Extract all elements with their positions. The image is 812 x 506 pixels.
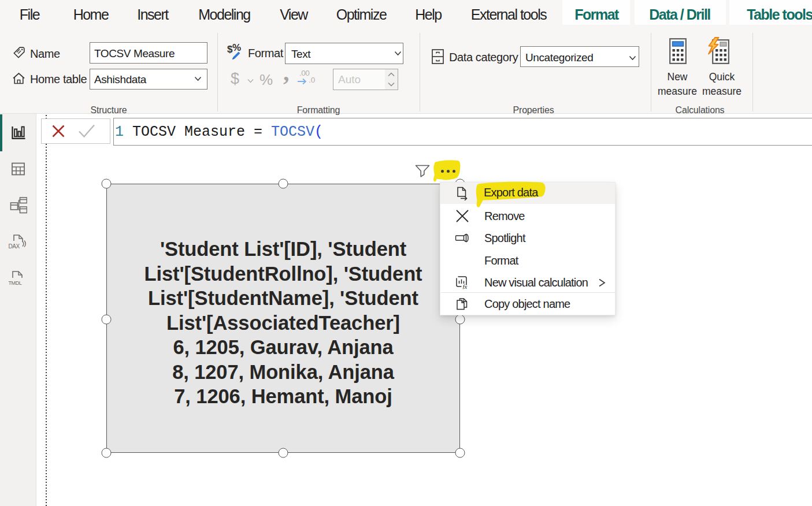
svg-text:DAX: DAX (9, 243, 20, 250)
svg-text:fx: fx (463, 283, 468, 289)
svg-text:TMDL: TMDL (9, 280, 22, 286)
